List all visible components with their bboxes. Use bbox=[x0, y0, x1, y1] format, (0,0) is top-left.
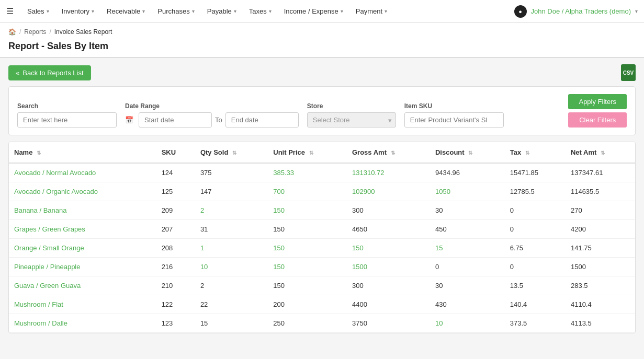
td-sku: 207 bbox=[156, 220, 195, 239]
chevron-down-icon: ▾ bbox=[47, 8, 49, 14]
chevron-down-icon: ▾ bbox=[192, 8, 195, 14]
nav-label-payment: Payment bbox=[356, 7, 382, 15]
nav-label-receivable: Receivable bbox=[107, 7, 140, 15]
td-unit-price[interactable]: 150 bbox=[268, 201, 347, 220]
report-table: Name ⇅ SKU Qty Sold ⇅ Unit Price ⇅ bbox=[9, 142, 635, 333]
td-unit-price[interactable]: 700 bbox=[268, 182, 347, 201]
td-discount[interactable]: 10 bbox=[430, 314, 505, 333]
start-date-input[interactable] bbox=[139, 112, 212, 128]
td-unit-price[interactable]: 385.33 bbox=[268, 163, 347, 182]
td-tax: 12785.5 bbox=[505, 182, 566, 201]
page-title: Report - Sales By Item bbox=[8, 41, 636, 52]
td-gross-amt: 4650 bbox=[347, 220, 430, 239]
col-header-gross-amt[interactable]: Gross Amt ⇅ bbox=[347, 142, 430, 163]
td-gross-amt: 300 bbox=[347, 276, 430, 295]
td-sku: 208 bbox=[156, 239, 195, 258]
table-row: Orange / Small Orange2081150150156.75141… bbox=[9, 239, 635, 258]
col-header-tax[interactable]: Tax ⇅ bbox=[505, 142, 566, 163]
td-gross-amt[interactable]: 131310.72 bbox=[347, 163, 430, 182]
apply-filters-button[interactable]: Apply Filters bbox=[568, 94, 627, 109]
td-sku: 125 bbox=[156, 182, 195, 201]
csv-label: CSV bbox=[623, 70, 634, 76]
td-name[interactable]: Guava / Green Guava bbox=[9, 276, 156, 295]
chevron-down-icon: ▾ bbox=[385, 8, 387, 14]
back-arrow-icon: « bbox=[16, 69, 19, 77]
search-input[interactable] bbox=[17, 112, 117, 128]
col-header-qty-sold[interactable]: Qty Sold ⇅ bbox=[195, 142, 268, 163]
td-gross-amt[interactable]: 102900 bbox=[347, 182, 430, 201]
td-qty-sold[interactable]: 2 bbox=[195, 201, 268, 220]
date-range-label: Date Range bbox=[125, 102, 299, 110]
sort-icon: ⇅ bbox=[232, 150, 236, 156]
td-discount[interactable]: 15 bbox=[430, 239, 505, 258]
nav-item-inventory[interactable]: Inventory ▾ bbox=[57, 4, 99, 18]
col-header-discount[interactable]: Discount ⇅ bbox=[430, 142, 505, 163]
td-gross-amt: 3750 bbox=[347, 314, 430, 333]
td-tax: 6.75 bbox=[505, 239, 566, 258]
td-qty-sold: 31 bbox=[195, 220, 268, 239]
search-label: Search bbox=[17, 102, 117, 110]
td-discount[interactable]: 1050 bbox=[430, 182, 505, 201]
td-gross-amt[interactable]: 150 bbox=[347, 239, 430, 258]
td-tax: 13.5 bbox=[505, 276, 566, 295]
calendar-icon: 📅 bbox=[125, 116, 133, 124]
nav-item-payment[interactable]: Payment ▾ bbox=[351, 4, 392, 18]
td-sku: 210 bbox=[156, 276, 195, 295]
toolbar: « Back to Reports List CSV bbox=[8, 64, 636, 81]
col-header-net-amt[interactable]: Net Amt ⇅ bbox=[566, 142, 635, 163]
nav-item-sales[interactable]: Sales ▾ bbox=[22, 4, 54, 18]
nav-user[interactable]: ● John Doe / Alpha Traders (demo) ▾ bbox=[514, 5, 638, 18]
td-unit-price[interactable]: 150 bbox=[268, 239, 347, 258]
filter-row: Search Date Range 📅 To Store Select St bbox=[17, 94, 627, 128]
table-row: Avocado / Organic Avocado125147700102900… bbox=[9, 182, 635, 201]
sku-label: Item SKU bbox=[404, 102, 504, 110]
td-net-amt: 4113.5 bbox=[566, 314, 635, 333]
td-name[interactable]: Avocado / Normal Avocado bbox=[9, 163, 156, 182]
td-name[interactable]: Grapes / Green Grapes bbox=[9, 220, 156, 239]
td-name[interactable]: Avocado / Organic Avocado bbox=[9, 182, 156, 201]
col-header-unit-price[interactable]: Unit Price ⇅ bbox=[268, 142, 347, 163]
nav-label-income-expense: Income / Expense bbox=[284, 7, 338, 15]
page-header: Report - Sales By Item bbox=[0, 38, 644, 57]
td-name[interactable]: Orange / Small Orange bbox=[9, 239, 156, 258]
td-name[interactable]: Pineapple / Pineapple bbox=[9, 258, 156, 276]
home-icon[interactable]: 🏠 bbox=[8, 28, 16, 36]
store-label: Store bbox=[307, 102, 396, 110]
avatar: ● bbox=[514, 5, 527, 18]
td-qty-sold: 147 bbox=[195, 182, 268, 201]
breadcrumb-sep: / bbox=[49, 28, 51, 36]
td-tax: 373.5 bbox=[505, 314, 566, 333]
back-to-reports-button[interactable]: « Back to Reports List bbox=[8, 65, 91, 80]
nav-item-income-expense[interactable]: Income / Expense ▾ bbox=[279, 4, 348, 18]
td-net-amt: 4110.4 bbox=[566, 295, 635, 314]
td-name[interactable]: Banana / Banana bbox=[9, 201, 156, 220]
table-row: Avocado / Normal Avocado124375385.331313… bbox=[9, 163, 635, 182]
breadcrumb-sep: / bbox=[19, 28, 21, 36]
td-name[interactable]: Mushroom / Dalle bbox=[9, 314, 156, 333]
sku-input[interactable] bbox=[404, 112, 504, 128]
table-row: Guava / Green Guava21021503003013.5283.5 bbox=[9, 276, 635, 295]
td-unit-price: 150 bbox=[268, 276, 347, 295]
sort-icon: ⇅ bbox=[391, 150, 395, 156]
col-header-name[interactable]: Name ⇅ bbox=[9, 142, 156, 163]
hamburger-icon[interactable]: ☰ bbox=[6, 6, 14, 16]
store-select-wrap: Select Store ▾ bbox=[307, 112, 396, 128]
td-gross-amt[interactable]: 1500 bbox=[347, 258, 430, 276]
td-unit-price[interactable]: 150 bbox=[268, 258, 347, 276]
td-qty-sold[interactable]: 10 bbox=[195, 258, 268, 276]
nav-item-purchases[interactable]: Purchases ▾ bbox=[152, 4, 199, 18]
td-name[interactable]: Mushroom / Flat bbox=[9, 295, 156, 314]
end-date-input[interactable] bbox=[225, 112, 299, 128]
td-tax: 140.4 bbox=[505, 295, 566, 314]
csv-export-button[interactable]: CSV bbox=[621, 64, 636, 81]
breadcrumb-reports[interactable]: Reports bbox=[24, 28, 46, 36]
nav-item-receivable[interactable]: Receivable ▾ bbox=[101, 4, 150, 18]
nav-item-payable[interactable]: Payable ▾ bbox=[202, 4, 242, 18]
store-select[interactable]: Select Store bbox=[307, 112, 396, 128]
nav-item-taxes[interactable]: Taxes ▾ bbox=[244, 4, 277, 18]
table-header: Name ⇅ SKU Qty Sold ⇅ Unit Price ⇅ bbox=[9, 142, 635, 163]
td-gross-amt: 4400 bbox=[347, 295, 430, 314]
td-net-amt: 4200 bbox=[566, 220, 635, 239]
clear-filters-button[interactable]: Clear Filters bbox=[568, 112, 627, 128]
td-qty-sold[interactable]: 1 bbox=[195, 239, 268, 258]
